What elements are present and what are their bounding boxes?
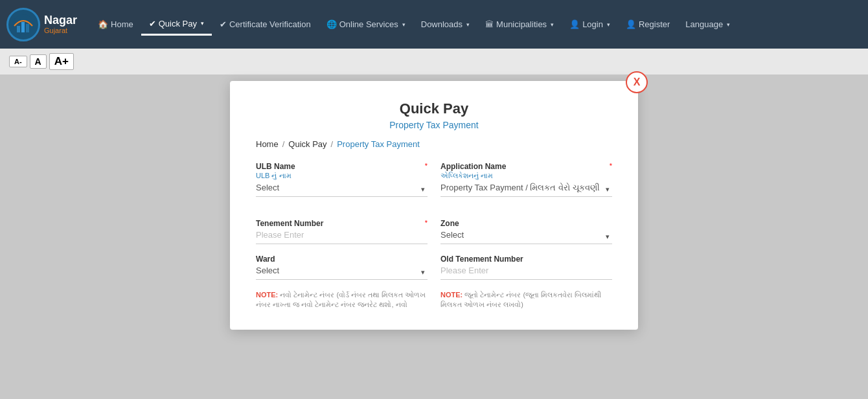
nav-item-municipalities[interactable]: 🏛 Municipalities ▾ xyxy=(477,14,562,34)
nav-menu: 🏠 Home ✔ Quick Pay ▾ ✔ Certificate Verif… xyxy=(90,14,862,36)
form-row-3: Ward Select ▾ Old Tenement Number xyxy=(256,255,612,280)
nav-label-municipalities: Municipalities xyxy=(496,19,547,29)
cert-icon: ✔ xyxy=(220,19,227,29)
nav-label-online: Online Services xyxy=(339,19,398,29)
app-required-star: * xyxy=(610,162,612,170)
old-tenement-group: Old Tenement Number xyxy=(440,255,612,280)
zone-select-wrap: Select ▾ xyxy=(440,229,612,244)
nav-label-quickpay: Quick Pay xyxy=(159,19,197,28)
tenement-required-star: * xyxy=(425,219,428,227)
municipalities-caret: ▾ xyxy=(551,21,554,28)
downloads-caret: ▾ xyxy=(466,21,470,28)
old-tenement-input-wrap xyxy=(440,264,612,280)
nav-link-login[interactable]: 👤 Login ▾ xyxy=(562,14,618,34)
notes-row: NOTE: નવો ટેનામેન્ટ નંબર (વોર્ડ નંબર તથા… xyxy=(256,290,612,310)
breadcrumb-sep-1: / xyxy=(282,139,285,149)
font-large-button[interactable]: A+ xyxy=(49,53,74,70)
tenement-input-wrap xyxy=(256,229,428,244)
nav-label-register: Register xyxy=(639,19,670,29)
zone-group: Zone Select ▾ xyxy=(440,219,612,244)
ward-select-wrap: Select ▾ xyxy=(256,264,428,280)
ulb-name-select[interactable]: Select xyxy=(256,181,428,194)
nav-item-quickpay[interactable]: ✔ Quick Pay ▾ xyxy=(141,14,212,36)
tenement-label: Tenement Number xyxy=(256,219,428,228)
note-right-text: જૂનો ટેનામેન્ટ નંબર (જૂના મિલકતવેરા બિલમ… xyxy=(440,291,601,308)
zone-select[interactable]: Select xyxy=(440,229,612,241)
nav-item-register[interactable]: 👤 Register xyxy=(618,14,678,34)
online-caret: ▾ xyxy=(402,21,405,28)
nav-label-cert: Certificate Verification xyxy=(229,19,311,29)
font-medium-button[interactable]: A xyxy=(30,54,47,69)
note-left: NOTE: નવો ટેનામેન્ટ નંબર (વોર્ડ નંબર તથા… xyxy=(256,290,428,310)
page-background: X Quick Pay Property Tax Payment Home / … xyxy=(0,74,868,399)
font-controls: A- A A+ xyxy=(0,49,868,74)
close-button[interactable]: X xyxy=(626,71,648,93)
language-caret: ▾ xyxy=(727,21,730,28)
ward-group: Ward Select ▾ xyxy=(256,255,428,280)
nav-item-downloads[interactable]: Downloads ▾ xyxy=(413,14,477,34)
nav-link-language[interactable]: Language ▾ xyxy=(678,14,738,34)
nav-link-register[interactable]: 👤 Register xyxy=(618,14,678,34)
breadcrumb-home[interactable]: Home xyxy=(256,139,279,149)
font-small-button[interactable]: A- xyxy=(9,56,27,67)
note-left-text: નવો ટેનામેન્ટ નંબર (વોર્ડ નંબર તથા મિલકત… xyxy=(256,291,426,308)
municipalities-icon: 🏛 xyxy=(485,19,494,29)
breadcrumb: Home / Quick Pay / Property Tax Payment xyxy=(256,139,612,149)
quick-pay-modal: X Quick Pay Property Tax Payment Home / … xyxy=(230,81,638,330)
nav-item-cert[interactable]: ✔ Certificate Verification xyxy=(212,14,319,34)
modal-title: Quick Pay xyxy=(256,100,612,117)
svg-rect-1 xyxy=(17,26,20,32)
note-right: NOTE: જૂનો ટેનામેન્ટ નંબર (જૂના મિલકતવેર… xyxy=(440,290,612,310)
nav-item-home[interactable]: 🏠 Home xyxy=(90,14,141,34)
nav-label-language: Language xyxy=(685,19,723,29)
logo-name: Nagar xyxy=(44,14,77,27)
svg-rect-3 xyxy=(26,24,29,32)
nav-label-downloads: Downloads xyxy=(421,19,463,29)
login-icon: 👤 xyxy=(569,19,580,29)
ulb-required-star: * xyxy=(425,162,428,170)
logo-sub: Gujarat xyxy=(44,27,77,34)
old-tenement-label: Old Tenement Number xyxy=(440,255,612,264)
ulb-name-group: * ULB Name ULB નું નામ Select ▾ xyxy=(256,162,428,197)
application-name-select[interactable]: Property Tax Payment / મિલકત વેરો ચૂકવણી xyxy=(440,181,612,194)
ulb-name-label: ULB Name xyxy=(256,162,428,171)
note-left-label: NOTE: xyxy=(256,291,278,299)
nav-link-home[interactable]: 🏠 Home xyxy=(90,14,141,34)
breadcrumb-current: Property Tax Payment xyxy=(337,139,420,149)
nav-link-cert[interactable]: ✔ Certificate Verification xyxy=(212,14,319,34)
ward-select[interactable]: Select xyxy=(256,264,428,277)
nav-link-municipalities[interactable]: 🏛 Municipalities ▾ xyxy=(477,14,562,34)
nav-link-online[interactable]: 🌐 Online Services ▾ xyxy=(319,14,413,34)
zone-label: Zone xyxy=(440,219,612,228)
navbar: Nagar Gujarat 🏠 Home ✔ Quick Pay ▾ ✔ Cer… xyxy=(0,0,868,49)
note-right-label: NOTE: xyxy=(440,291,463,299)
application-name-label: Application Name xyxy=(440,162,612,171)
nav-link-quickpay[interactable]: ✔ Quick Pay ▾ xyxy=(141,14,212,36)
ulb-name-select-wrap: Select ▾ xyxy=(256,181,428,197)
form-row-1: * ULB Name ULB નું નામ Select ▾ * Applic… xyxy=(256,162,612,197)
application-name-group: * Application Name એપ્લિકેશનનું નામ Prop… xyxy=(440,162,612,197)
logo-icon xyxy=(6,8,40,41)
ulb-name-label-guj: ULB નું નામ xyxy=(256,172,428,180)
nav-item-language[interactable]: Language ▾ xyxy=(678,14,738,34)
nav-item-login[interactable]: 👤 Login ▾ xyxy=(562,14,618,34)
breadcrumb-quickpay[interactable]: Quick Pay xyxy=(288,139,326,149)
nav-item-online[interactable]: 🌐 Online Services ▾ xyxy=(319,14,413,34)
tenement-number-group: * Tenement Number xyxy=(256,219,428,244)
modal-subtitle: Property Tax Payment xyxy=(256,120,612,130)
application-name-label-guj: એપ્લિકેશનનું નામ xyxy=(440,172,612,180)
nav-label-login: Login xyxy=(582,19,603,29)
breadcrumb-sep-2: / xyxy=(331,139,334,149)
svg-rect-2 xyxy=(21,22,25,32)
quickpay-icon: ✔ xyxy=(149,19,156,28)
nav-label-home: Home xyxy=(111,19,133,29)
old-tenement-input[interactable] xyxy=(440,264,612,277)
form-row-2: * Tenement Number Zone Select ▾ xyxy=(256,219,612,244)
nav-link-downloads[interactable]: Downloads ▾ xyxy=(413,14,477,34)
ward-label: Ward xyxy=(256,255,428,264)
online-icon: 🌐 xyxy=(326,19,337,29)
quickpay-caret: ▾ xyxy=(201,20,204,27)
application-name-select-wrap: Property Tax Payment / મિલકત વેરો ચૂકવણી… xyxy=(440,181,612,197)
logo[interactable]: Nagar Gujarat xyxy=(6,8,77,41)
tenement-input[interactable] xyxy=(256,229,428,241)
